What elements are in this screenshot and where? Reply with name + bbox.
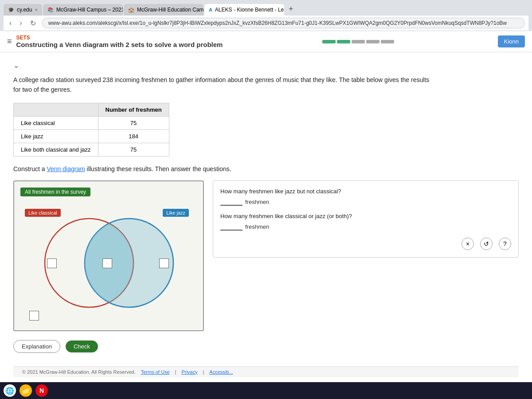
app-header: ≡ SETS Constructing a Venn diagram with … bbox=[0, 31, 532, 52]
q1-answer-input[interactable] bbox=[220, 198, 243, 206]
table-row: Like classical 75 bbox=[14, 116, 169, 129]
construct-text-before: Construct a bbox=[13, 165, 47, 172]
qa-input-row-2: freshmen bbox=[220, 223, 511, 231]
page-title: Constructing a Venn diagram with 2 sets … bbox=[16, 41, 223, 48]
footer-copyright: © 2021 McGraw-Hill Education. All Rights… bbox=[22, 369, 136, 375]
footer-separator-2: | bbox=[203, 369, 204, 375]
footer-privacy-link[interactable]: Privacy bbox=[181, 369, 197, 375]
venn-input-right[interactable] bbox=[159, 258, 169, 268]
forward-button[interactable]: › bbox=[17, 18, 24, 28]
tab-label-1: cy.edu bbox=[17, 7, 32, 13]
tab-mcgrawhill-campus[interactable]: 📚 McGraw-Hill Campus – 202110 × bbox=[43, 4, 123, 16]
venn-qa-row: All freshmen in the survey Like classica… bbox=[13, 180, 519, 331]
table-cell-label-2: Like jazz bbox=[14, 129, 98, 143]
venn-diagram-container: All freshmen in the survey Like classica… bbox=[13, 180, 204, 331]
taskbar-chrome-icon[interactable]: 🌐 bbox=[4, 384, 16, 397]
footer-accessibility-link[interactable]: Accessib... bbox=[209, 369, 233, 375]
table-row: Like both classical and jazz 75 bbox=[14, 143, 169, 156]
browser-chrome: 🎓 cy.edu × 📚 McGraw-Hill Campus – 202110… bbox=[0, 0, 532, 31]
new-tab-button[interactable]: + bbox=[285, 3, 297, 16]
venn-input-left[interactable] bbox=[47, 258, 57, 268]
user-button[interactable]: Kionn bbox=[498, 35, 525, 47]
venn-svg bbox=[20, 214, 193, 325]
q2-answer-input[interactable] bbox=[220, 223, 243, 231]
table-cell-value-2: 184 bbox=[98, 129, 169, 143]
q2-unit: freshmen bbox=[245, 223, 269, 230]
taskbar: 🌐 📁 N bbox=[0, 382, 532, 399]
hamburger-menu-icon[interactable]: ≡ bbox=[7, 37, 12, 46]
taskbar-netflix-icon[interactable]: N bbox=[35, 384, 48, 397]
check-row: × ↺ ? bbox=[220, 238, 511, 250]
back-button[interactable]: ‹ bbox=[7, 18, 14, 28]
sets-label: SETS bbox=[16, 35, 223, 41]
refresh-button[interactable]: ↻ bbox=[28, 18, 38, 28]
tab-favicon-3: 🏫 bbox=[128, 7, 134, 13]
tab-cy-edu[interactable]: 🎓 cy.edu × bbox=[4, 4, 42, 16]
address-input[interactable] bbox=[42, 18, 525, 28]
table-cell-value-1: 75 bbox=[98, 116, 169, 129]
construct-text: Construct a Venn diagram illustrating th… bbox=[13, 165, 519, 172]
close-icon-button[interactable]: × bbox=[462, 238, 474, 250]
header-labels: SETS Constructing a Venn diagram with 2 … bbox=[16, 35, 223, 48]
construct-text-after: illustrating these results. Then answer … bbox=[85, 165, 231, 172]
tab-favicon-4: A bbox=[209, 7, 212, 12]
tab-label-4: ALEKS - Kionne Bennett - Learn bbox=[215, 7, 284, 13]
tab-label-3: McGraw-Hill Education Campus bbox=[137, 7, 203, 13]
collapse-button[interactable]: ⌄ bbox=[13, 61, 19, 70]
footer: © 2021 McGraw-Hill Education. All Rights… bbox=[13, 366, 519, 377]
footer-separator-1: | bbox=[175, 369, 176, 375]
venn-diagram-link[interactable]: Venn diagram bbox=[47, 165, 85, 172]
explanation-button[interactable]: Explanation bbox=[13, 340, 60, 353]
qa-panel: How many freshmen like jazz but not clas… bbox=[213, 180, 519, 258]
table-cell-value-3: 75 bbox=[98, 143, 169, 156]
address-bar-row: ‹ › ↻ bbox=[4, 16, 528, 31]
refresh-icon-button[interactable]: ↺ bbox=[480, 238, 493, 250]
q1-unit: freshmen bbox=[245, 199, 269, 205]
qa-input-row-1: freshmen bbox=[220, 198, 511, 206]
tab-mcgrawhill-edu[interactable]: 🏫 McGraw-Hill Education Campus × bbox=[124, 4, 203, 16]
venn-svg-area: Like classical Like jazz bbox=[20, 201, 193, 321]
tab-label-2: McGraw-Hill Campus – 202110 bbox=[56, 7, 123, 13]
venn-outer-label: All freshmen in the survey bbox=[20, 188, 90, 196]
bottom-row: Explanation Check bbox=[13, 340, 519, 353]
question-2: How many freshmen like classical or jazz… bbox=[220, 213, 511, 219]
tab-favicon-1: 🎓 bbox=[8, 7, 14, 13]
content-area: ⌄ A college radio station surveyed 238 i… bbox=[0, 52, 532, 394]
help-icon-button[interactable]: ? bbox=[499, 238, 511, 250]
tab-aleks[interactable]: A ALEKS - Kionne Bennett - Learn × bbox=[204, 4, 284, 16]
check-button[interactable]: Check bbox=[66, 340, 98, 352]
tab-bar: 🎓 cy.edu × 📚 McGraw-Hill Campus – 202110… bbox=[4, 3, 528, 16]
venn-input-outside[interactable] bbox=[29, 311, 39, 321]
table-row: Like jazz 184 bbox=[14, 129, 169, 143]
tab-favicon-2: 📚 bbox=[47, 7, 54, 13]
tab-close-1[interactable]: × bbox=[35, 7, 37, 12]
progress-bar bbox=[322, 40, 394, 43]
data-table: Number of freshmen Like classical 75 Lik… bbox=[13, 103, 169, 156]
footer-terms-link[interactable]: Terms of Use bbox=[141, 369, 170, 375]
taskbar-files-icon[interactable]: 📁 bbox=[20, 384, 32, 397]
venn-input-middle[interactable] bbox=[102, 258, 112, 268]
table-col-label bbox=[14, 103, 98, 116]
table-cell-label-3: Like both classical and jazz bbox=[14, 143, 98, 156]
table-col-header: Number of freshmen bbox=[98, 103, 169, 116]
problem-text: A college radio station surveyed 238 inc… bbox=[13, 75, 434, 95]
question-1: How many freshmen like jazz but not clas… bbox=[220, 188, 511, 195]
table-cell-label-1: Like classical bbox=[14, 116, 98, 129]
chevron-row: ⌄ bbox=[13, 61, 519, 70]
